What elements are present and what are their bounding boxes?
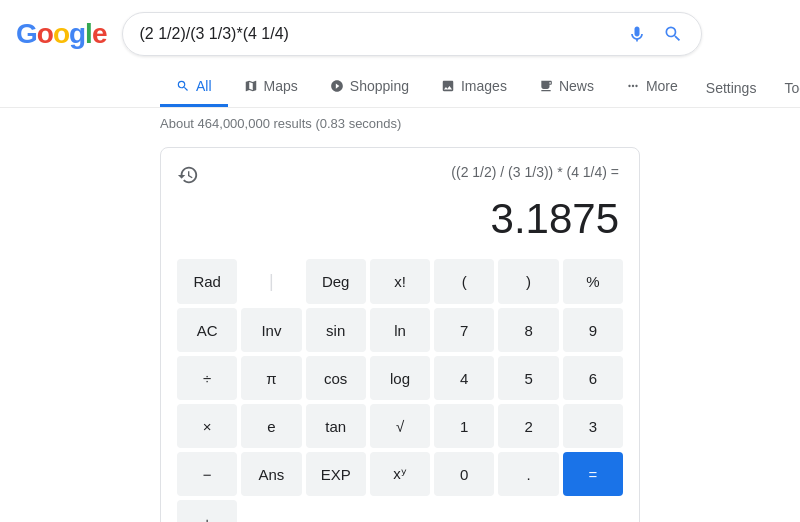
tools-button[interactable]: Tools: [772, 70, 800, 106]
nav-item-all[interactable]: All: [160, 68, 228, 107]
nav: All Maps Shopping Images News More Setti…: [0, 68, 800, 108]
calc-btn-_[interactable]: +: [177, 500, 237, 522]
calc-btn-9[interactable]: 9: [563, 308, 623, 352]
calc-btn-3[interactable]: 3: [563, 404, 623, 448]
images-icon: [441, 79, 455, 93]
calc-btn-_[interactable]: ÷: [177, 356, 237, 400]
maps-icon: [244, 79, 258, 93]
shopping-icon: [330, 79, 344, 93]
calc-btn-Inv[interactable]: Inv: [241, 308, 301, 352]
calculator-wrapper: ((2 1/2) / (3 1/3)) * (4 1/4) = 3.1875 R…: [0, 147, 800, 522]
settings-button[interactable]: Settings: [694, 70, 769, 106]
calc-btn-AC[interactable]: AC: [177, 308, 237, 352]
settings-tools: Settings Tools: [694, 70, 800, 106]
calc-btn-8[interactable]: 8: [498, 308, 558, 352]
history-icon[interactable]: [177, 164, 199, 191]
calc-display: ((2 1/2) / (3 1/3)) * (4 1/4) = 3.1875: [177, 164, 623, 243]
calc-btn-cos[interactable]: cos: [306, 356, 366, 400]
nav-news-label: News: [559, 78, 594, 94]
calc-buttons: Rad|Degx!()%ACInvsinln789÷πcoslog456×eta…: [177, 259, 623, 522]
results-count: About 464,000,000 results (0.83 seconds): [0, 108, 800, 139]
search-button[interactable]: [661, 22, 685, 46]
calc-btn-_[interactable]: ): [498, 259, 558, 304]
calc-btn-Ans[interactable]: Ans: [241, 452, 301, 496]
calc-btn-6[interactable]: 6: [563, 356, 623, 400]
calc-btn-1[interactable]: 1: [434, 404, 494, 448]
nav-item-images[interactable]: Images: [425, 68, 523, 107]
calc-btn-tan[interactable]: tan: [306, 404, 366, 448]
news-icon: [539, 79, 553, 93]
calc-result: 3.1875: [177, 195, 623, 243]
calc-btn-_[interactable]: =: [563, 452, 623, 496]
search-input[interactable]: [139, 25, 625, 43]
nav-item-maps[interactable]: Maps: [228, 68, 314, 107]
calc-btn-_[interactable]: (: [434, 259, 494, 304]
nav-more-label: More: [646, 78, 678, 94]
calc-btn-7[interactable]: 7: [434, 308, 494, 352]
nav-images-label: Images: [461, 78, 507, 94]
google-logo: Google: [16, 18, 106, 50]
calc-btn-_[interactable]: |: [241, 259, 301, 304]
calc-btn-4[interactable]: 4: [434, 356, 494, 400]
nav-maps-label: Maps: [264, 78, 298, 94]
search-icons: [625, 22, 685, 46]
nav-item-shopping[interactable]: Shopping: [314, 68, 425, 107]
calc-btn-0[interactable]: 0: [434, 452, 494, 496]
mic-icon[interactable]: [625, 22, 649, 46]
nav-shopping-label: Shopping: [350, 78, 409, 94]
calc-btn-x_[interactable]: xʸ: [370, 452, 430, 496]
calc-btn-sin[interactable]: sin: [306, 308, 366, 352]
calc-btn-_[interactable]: π: [241, 356, 301, 400]
calc-btn-_[interactable]: ×: [177, 404, 237, 448]
nav-item-news[interactable]: News: [523, 68, 610, 107]
calc-btn-x_[interactable]: x!: [370, 259, 430, 304]
calc-btn-_[interactable]: .: [498, 452, 558, 496]
calc-btn-log[interactable]: log: [370, 356, 430, 400]
header: Google: [0, 0, 800, 68]
nav-item-more[interactable]: More: [610, 68, 694, 107]
search-nav-icon: [176, 79, 190, 93]
calc-btn-Deg[interactable]: Deg: [306, 259, 366, 304]
calc-btn-2[interactable]: 2: [498, 404, 558, 448]
calc-btn-Rad[interactable]: Rad: [177, 259, 237, 304]
calc-expression: ((2 1/2) / (3 1/3)) * (4 1/4) =: [199, 164, 623, 180]
calc-btn-_[interactable]: −: [177, 452, 237, 496]
calculator: ((2 1/2) / (3 1/3)) * (4 1/4) = 3.1875 R…: [160, 147, 640, 522]
nav-all-label: All: [196, 78, 212, 94]
calc-btn-ln[interactable]: ln: [370, 308, 430, 352]
calc-btn-EXP[interactable]: EXP: [306, 452, 366, 496]
calc-btn-e[interactable]: e: [241, 404, 301, 448]
search-bar: [122, 12, 702, 56]
more-dots-icon: [626, 79, 640, 93]
calc-btn-5[interactable]: 5: [498, 356, 558, 400]
calc-display-top: ((2 1/2) / (3 1/3)) * (4 1/4) =: [177, 164, 623, 191]
calc-btn-_[interactable]: %: [563, 259, 623, 304]
calc-btn-_[interactable]: √: [370, 404, 430, 448]
